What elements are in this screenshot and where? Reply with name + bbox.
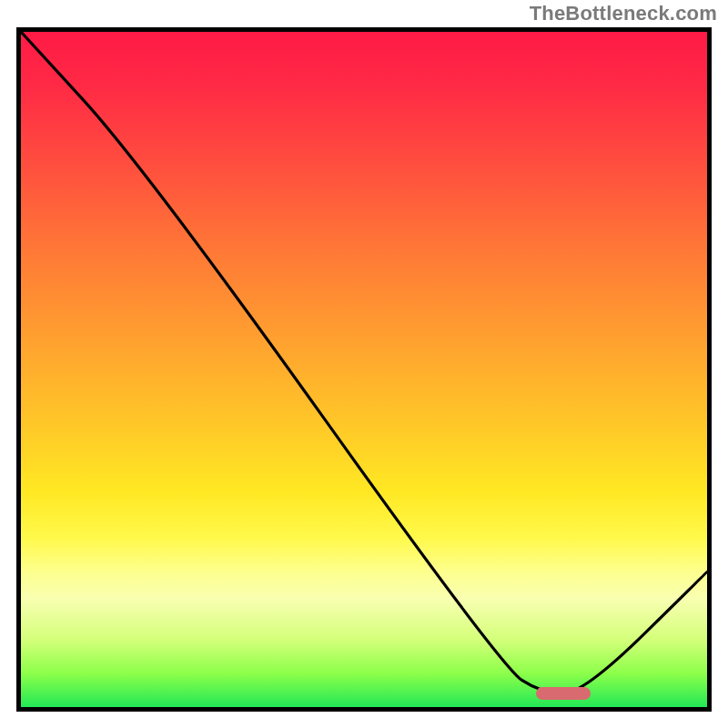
optimal-range-marker [536, 687, 591, 700]
watermark-text: TheBottleneck.com [530, 2, 717, 25]
curve-line [21, 32, 707, 693]
bottleneck-curve [21, 32, 707, 707]
plot-frame [16, 27, 712, 712]
chart-container: TheBottleneck.com [0, 0, 728, 728]
